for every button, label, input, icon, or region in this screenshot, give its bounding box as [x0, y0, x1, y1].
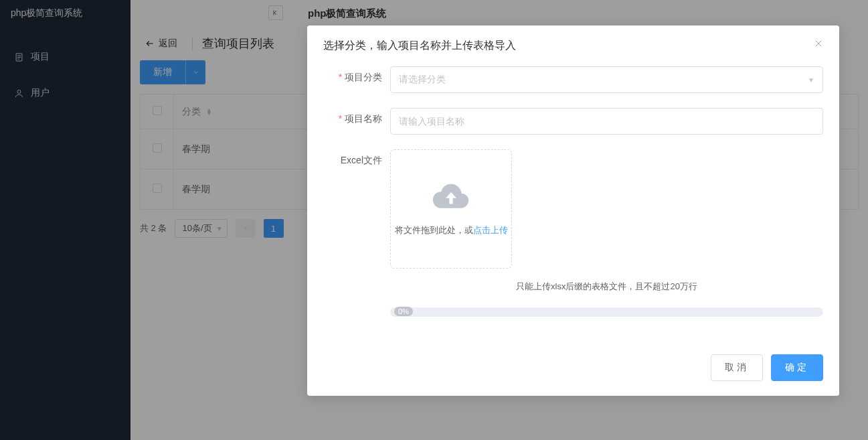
category-select[interactable]: 请选择分类 ▼ [390, 66, 823, 93]
name-input[interactable] [390, 108, 823, 135]
close-icon [814, 39, 823, 48]
upload-drag-text: 将文件拖到此处，或 [395, 225, 473, 235]
import-dialog: 选择分类，输入项目名称并上传表格导入 项目分类 请选择分类 ▼ 项目名称 Exc… [307, 25, 839, 396]
progress-percent: 0% [394, 307, 413, 316]
dialog-title: 选择分类，输入项目名称并上传表格导入 [323, 39, 516, 53]
chevron-down-icon: ▼ [808, 76, 814, 84]
upload-tip: 只能上传xlsx后缀的表格文件，且不超过20万行 [390, 281, 823, 293]
cancel-button[interactable]: 取消 [711, 354, 763, 381]
upload-progress: 0% [390, 307, 823, 317]
category-label: 项目分类 [323, 66, 390, 84]
upload-link[interactable]: 点击上传 [473, 225, 508, 235]
confirm-button[interactable]: 确定 [771, 354, 823, 381]
file-label: Excel文件 [323, 149, 390, 167]
name-label: 项目名称 [323, 108, 390, 125]
cloud-upload-icon [432, 181, 470, 212]
upload-dropzone[interactable]: 将文件拖到此处，或点击上传 [390, 149, 512, 269]
close-button[interactable] [814, 39, 823, 51]
